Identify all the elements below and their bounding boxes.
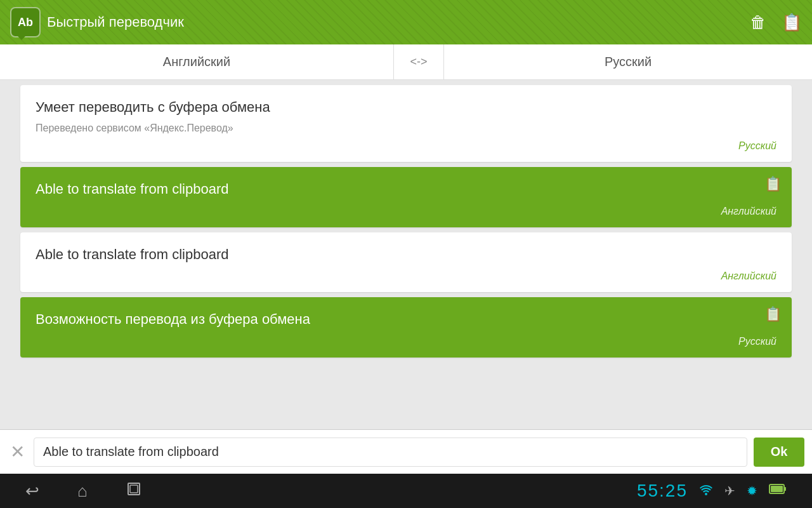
translation-card-4: 📋 Возможность перевода из буфера обмена … (20, 297, 792, 358)
card-3-lang: Английский (36, 271, 776, 282)
bluetooth-icon: ✹ (747, 483, 757, 498)
language-swap[interactable]: <-> (393, 44, 444, 79)
target-language[interactable]: Русский (444, 55, 812, 69)
card-2-main-text: Able to translate from clipboard (36, 180, 776, 199)
language-bar: Английский <-> Русский (0, 44, 812, 80)
nav-left-icons: ↩ ⌂ (25, 481, 142, 502)
translation-list: Умеет переводить с буфера обмена Перевед… (0, 80, 812, 429)
close-button[interactable]: ✕ (8, 439, 27, 465)
nav-right-status: 55:25 ✈ ✹ (637, 481, 787, 501)
time-display: 55:25 (637, 481, 688, 501)
clipboard-copy-icon-2[interactable]: 📋 (764, 176, 782, 192)
navigation-bar: ↩ ⌂ 55:25 ✈ ✹ (0, 474, 812, 508)
card-4-main-text: Возможность перевода из буфера обмена (36, 310, 776, 330)
clipboard-header-icon[interactable]: 📋 (782, 13, 802, 32)
source-language[interactable]: Английский (0, 55, 393, 69)
clipboard-copy-icon-4[interactable]: 📋 (764, 306, 782, 323)
card-3-main-text: Able to translate from clipboard (36, 245, 776, 265)
card-1-lang: Русский (36, 140, 776, 152)
home-icon[interactable]: ⌂ (77, 481, 88, 501)
card-1-sub-text: Переведено сервисом «Яндекс.Перевод» (36, 123, 776, 134)
svg-rect-3 (771, 486, 783, 492)
app-header: Ab Быстрый переводчик 🗑 📋 (0, 0, 812, 44)
header-icons: 🗑 📋 (750, 13, 802, 32)
svg-rect-4 (784, 487, 786, 491)
card-4-lang: Русский (36, 336, 776, 347)
translation-card-2: 📋 Able to translate from clipboard Англи… (20, 167, 792, 227)
back-icon[interactable]: ↩ (25, 481, 39, 501)
trash-icon[interactable]: 🗑 (750, 13, 766, 32)
card-2-lang: Английский (36, 206, 776, 217)
header-left: Ab Быстрый переводчик (10, 7, 184, 37)
app-icon: Ab (10, 7, 41, 37)
wifi-icon (699, 484, 713, 498)
translation-card-3: Able to translate from clipboard Английс… (20, 232, 792, 293)
battery-icon (769, 483, 787, 499)
recent-apps-icon[interactable] (126, 481, 142, 502)
app-title: Быстрый переводчик (47, 14, 184, 30)
ok-button[interactable]: Ok (754, 438, 804, 467)
input-area: ✕ Ok (0, 429, 812, 474)
airplane-icon: ✈ (724, 483, 735, 498)
search-input[interactable] (34, 438, 747, 467)
translation-card-1: Умеет переводить с буфера обмена Перевед… (20, 85, 792, 162)
card-1-main-text: Умеет переводить с буфера обмена (36, 98, 776, 117)
svg-rect-1 (130, 485, 138, 493)
